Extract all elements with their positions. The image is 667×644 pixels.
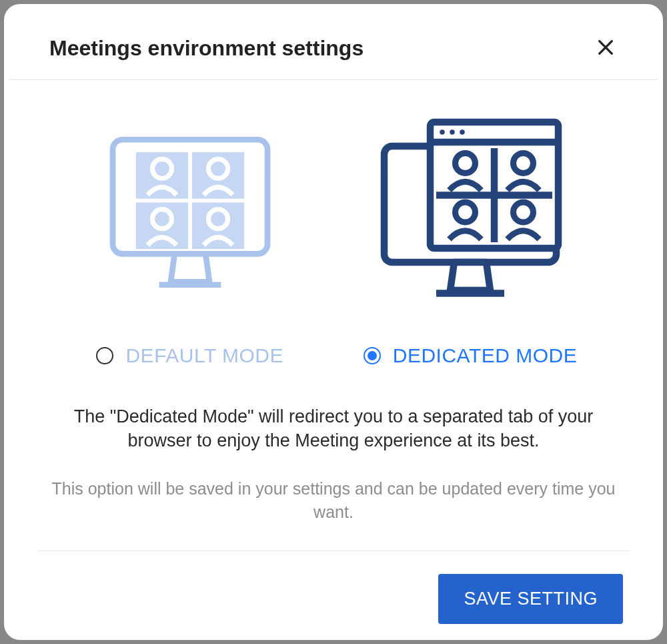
svg-point-17 [450, 129, 455, 135]
save-setting-button[interactable]: SAVE SETTING [438, 574, 623, 624]
mode-subnote: This option will be saved in your settin… [43, 477, 624, 524]
modal-title: Meetings environment settings [49, 36, 364, 61]
option-dedicated-label: DEDICATED MODE [393, 344, 577, 367]
svg-point-16 [440, 129, 445, 135]
radio-unselected-icon [96, 347, 113, 364]
modal-body: DEFAULT MODE [4, 80, 663, 524]
mode-options: DEFAULT MODE [90, 112, 577, 367]
option-dedicated-radio-row: DEDICATED MODE [364, 344, 577, 367]
close-button[interactable] [594, 37, 618, 61]
radio-selected-icon [364, 347, 381, 364]
option-default-label: DEFAULT MODE [125, 344, 283, 367]
mode-description: The "Dedicated Mode" will redirect you t… [43, 404, 624, 453]
option-dedicated-mode[interactable]: DEDICATED MODE [364, 112, 577, 367]
close-icon [596, 38, 615, 59]
option-default-mode[interactable]: DEFAULT MODE [90, 112, 290, 367]
svg-point-18 [460, 129, 465, 135]
settings-modal: Meetings environment settings [4, 4, 663, 640]
option-default-radio-row: DEFAULT MODE [96, 344, 283, 367]
modal-header: Meetings environment settings [9, 4, 658, 80]
modal-footer: SAVE SETTING [37, 551, 630, 640]
dedicated-mode-illustration-icon [370, 112, 570, 312]
default-mode-illustration-icon [90, 112, 290, 312]
